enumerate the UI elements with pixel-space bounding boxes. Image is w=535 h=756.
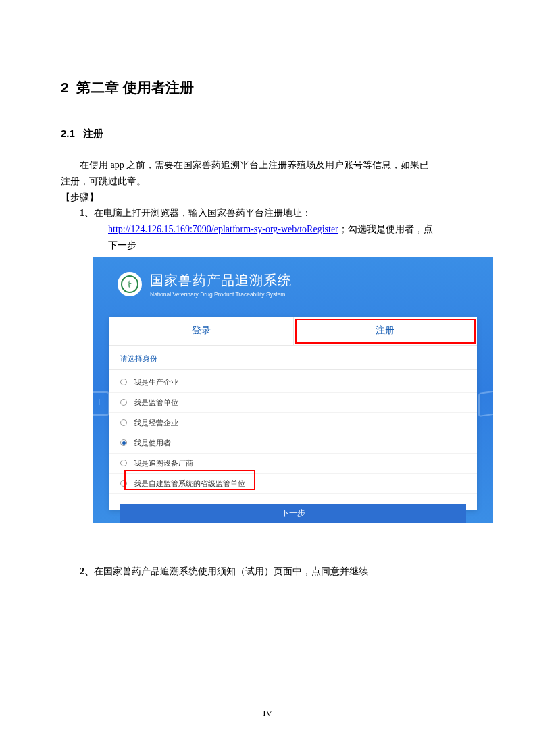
option-business[interactable]: 我是经营企业	[109, 413, 477, 433]
tab-register[interactable]: 注册	[294, 317, 478, 345]
identity-prompt: 请选择身份	[109, 346, 477, 370]
radio-icon	[120, 480, 127, 487]
step-2: 2、在国家兽药产品追溯系统使用须知（试用）页面中，点同意并继续	[61, 564, 474, 580]
chapter-num: 2	[61, 80, 69, 95]
section-name: 注册	[83, 128, 103, 139]
section-num: 2.1	[61, 128, 75, 139]
radio-icon	[120, 379, 127, 385]
tab-login[interactable]: 登录	[109, 317, 293, 345]
option-label: 我是使用者	[134, 438, 171, 448]
radio-icon	[120, 419, 127, 426]
radio-icon-checked	[120, 439, 127, 446]
screenshot-header: ⚕ 国家兽药产品追溯系统 National Veterinary Drug Pr…	[93, 256, 493, 298]
system-title-cn: 国家兽药产品追溯系统	[150, 271, 292, 290]
step-1-num: 1、	[80, 208, 94, 218]
next-button[interactable]: 下一步	[120, 504, 466, 523]
page-number: IV	[0, 708, 535, 719]
section-title: 2.1 注册	[61, 128, 474, 140]
header-rule	[61, 40, 474, 41]
chapter-title: 2 第二章 使用者注册	[61, 78, 474, 97]
option-user[interactable]: 我是使用者	[109, 433, 477, 454]
option-label: 我是追溯设备厂商	[134, 458, 193, 468]
tab-login-label: 登录	[192, 325, 211, 337]
intro-paragraph-line2: 注册，可跳过此章。	[61, 173, 474, 190]
step-1-line3: 下一步	[61, 238, 474, 254]
system-logo-icon: ⚕	[118, 272, 142, 296]
option-label: 我是经营企业	[134, 418, 178, 428]
tab-register-label: 注册	[376, 325, 394, 337]
register-url-link[interactable]: http://124.126.15.169:7090/eplatform-sy-…	[108, 224, 338, 234]
system-title-en: National Veterinary Drug Product Traceab…	[150, 291, 292, 298]
step-2-num: 2、	[80, 566, 94, 576]
step-2-text: 在国家兽药产品追溯系统使用须知（试用）页面中，点同意并继续	[94, 566, 368, 576]
registration-screenshot: ⚕ 国家兽药产品追溯系统 National Veterinary Drug Pr…	[93, 256, 493, 523]
next-button-label: 下一步	[281, 508, 305, 519]
step-1-url-line: http://124.126.15.169:7090/eplatform-sy-…	[61, 221, 474, 238]
chapter-name: 第二章 使用者注册	[76, 80, 194, 95]
screenshot-panel: 登录 注册 请选择身份 我是生产企业 我是监管单位	[109, 317, 477, 510]
option-label: 我是监管单位	[134, 398, 178, 408]
step-1-text: 在电脑上打开浏览器，输入国家兽药平台注册地址：	[94, 208, 311, 218]
tabs: 登录 注册	[109, 317, 477, 346]
radio-icon	[120, 399, 127, 406]
option-supervisor[interactable]: 我是监管单位	[109, 393, 477, 413]
intro-paragraph-line1: 在使用 app 之前，需要在国家兽药追溯平台上注册养殖场及用户账号等信息，如果已	[61, 157, 474, 173]
option-producer[interactable]: 我是生产企业	[109, 373, 477, 393]
option-label: 我是自建监管系统的省级监管单位	[134, 479, 245, 489]
decor-card-right-icon	[478, 390, 493, 417]
option-device-vendor[interactable]: 我是追溯设备厂商	[109, 454, 477, 474]
step-1-after-url: ；勾选我是使用者，点	[338, 224, 433, 234]
identity-options: 我是生产企业 我是监管单位 我是经营企业 我是使用者 我是追溯设备厂商	[109, 370, 477, 497]
option-provincial-supervisor[interactable]: 我是自建监管系统的省级监管单位	[109, 474, 477, 494]
steps-label: 【步骤】	[61, 190, 474, 206]
step-1: 1、在电脑上打开浏览器，输入国家兽药平台注册地址：	[61, 205, 474, 221]
radio-icon	[120, 460, 127, 466]
option-label: 我是生产企业	[134, 377, 178, 387]
decor-card-left-icon	[93, 392, 109, 416]
